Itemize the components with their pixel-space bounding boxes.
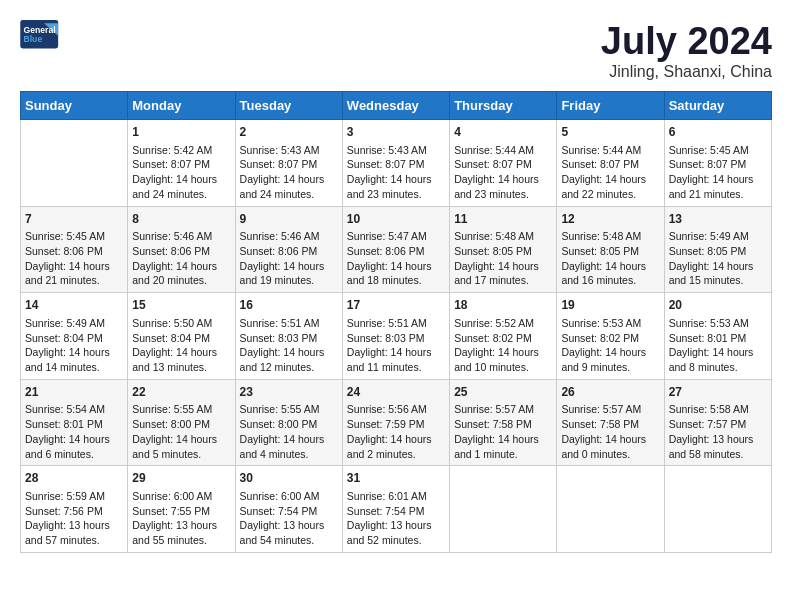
header-thursday: Thursday: [450, 92, 557, 120]
day-cell: 17Sunrise: 5:51 AMSunset: 8:03 PMDayligh…: [342, 293, 449, 380]
day-info: Sunrise: 5:57 AMSunset: 7:58 PMDaylight:…: [561, 402, 659, 461]
day-number: 16: [240, 297, 338, 314]
day-number: 20: [669, 297, 767, 314]
day-cell: 27Sunrise: 5:58 AMSunset: 7:57 PMDayligh…: [664, 379, 771, 466]
day-info: Sunrise: 5:44 AMSunset: 8:07 PMDaylight:…: [454, 143, 552, 202]
day-info: Sunrise: 5:52 AMSunset: 8:02 PMDaylight:…: [454, 316, 552, 375]
day-number: 23: [240, 384, 338, 401]
day-number: 21: [25, 384, 123, 401]
logo-icon: General Blue: [20, 20, 60, 50]
day-cell: 22Sunrise: 5:55 AMSunset: 8:00 PMDayligh…: [128, 379, 235, 466]
day-cell: 18Sunrise: 5:52 AMSunset: 8:02 PMDayligh…: [450, 293, 557, 380]
day-info: Sunrise: 6:01 AMSunset: 7:54 PMDaylight:…: [347, 489, 445, 548]
day-info: Sunrise: 5:51 AMSunset: 8:03 PMDaylight:…: [347, 316, 445, 375]
day-number: 7: [25, 211, 123, 228]
day-cell: 13Sunrise: 5:49 AMSunset: 8:05 PMDayligh…: [664, 206, 771, 293]
day-info: Sunrise: 5:49 AMSunset: 8:05 PMDaylight:…: [669, 229, 767, 288]
week-row-2: 7Sunrise: 5:45 AMSunset: 8:06 PMDaylight…: [21, 206, 772, 293]
day-number: 14: [25, 297, 123, 314]
day-number: 29: [132, 470, 230, 487]
day-cell: 20Sunrise: 5:53 AMSunset: 8:01 PMDayligh…: [664, 293, 771, 380]
svg-text:General: General: [23, 25, 55, 35]
day-info: Sunrise: 5:46 AMSunset: 8:06 PMDaylight:…: [132, 229, 230, 288]
day-number: 26: [561, 384, 659, 401]
day-info: Sunrise: 5:44 AMSunset: 8:07 PMDaylight:…: [561, 143, 659, 202]
day-cell: 5Sunrise: 5:44 AMSunset: 8:07 PMDaylight…: [557, 120, 664, 207]
header-friday: Friday: [557, 92, 664, 120]
day-cell: [557, 466, 664, 553]
day-number: 19: [561, 297, 659, 314]
svg-text:Blue: Blue: [23, 34, 42, 44]
day-cell: [664, 466, 771, 553]
day-number: 25: [454, 384, 552, 401]
day-number: 1: [132, 124, 230, 141]
day-cell: 24Sunrise: 5:56 AMSunset: 7:59 PMDayligh…: [342, 379, 449, 466]
week-row-4: 21Sunrise: 5:54 AMSunset: 8:01 PMDayligh…: [21, 379, 772, 466]
header-tuesday: Tuesday: [235, 92, 342, 120]
day-info: Sunrise: 5:48 AMSunset: 8:05 PMDaylight:…: [454, 229, 552, 288]
day-number: 3: [347, 124, 445, 141]
day-number: 24: [347, 384, 445, 401]
subtitle: Jinling, Shaanxi, China: [601, 63, 772, 81]
day-number: 15: [132, 297, 230, 314]
week-row-5: 28Sunrise: 5:59 AMSunset: 7:56 PMDayligh…: [21, 466, 772, 553]
day-info: Sunrise: 5:58 AMSunset: 7:57 PMDaylight:…: [669, 402, 767, 461]
header-sunday: Sunday: [21, 92, 128, 120]
day-cell: 26Sunrise: 5:57 AMSunset: 7:58 PMDayligh…: [557, 379, 664, 466]
day-cell: 2Sunrise: 5:43 AMSunset: 8:07 PMDaylight…: [235, 120, 342, 207]
day-info: Sunrise: 5:51 AMSunset: 8:03 PMDaylight:…: [240, 316, 338, 375]
day-info: Sunrise: 5:48 AMSunset: 8:05 PMDaylight:…: [561, 229, 659, 288]
day-cell: 12Sunrise: 5:48 AMSunset: 8:05 PMDayligh…: [557, 206, 664, 293]
day-info: Sunrise: 5:45 AMSunset: 8:07 PMDaylight:…: [669, 143, 767, 202]
day-number: 6: [669, 124, 767, 141]
day-cell: 7Sunrise: 5:45 AMSunset: 8:06 PMDaylight…: [21, 206, 128, 293]
day-number: 10: [347, 211, 445, 228]
header-row: Sunday Monday Tuesday Wednesday Thursday…: [21, 92, 772, 120]
day-info: Sunrise: 5:53 AMSunset: 8:01 PMDaylight:…: [669, 316, 767, 375]
week-row-1: 1Sunrise: 5:42 AMSunset: 8:07 PMDaylight…: [21, 120, 772, 207]
day-cell: 3Sunrise: 5:43 AMSunset: 8:07 PMDaylight…: [342, 120, 449, 207]
day-info: Sunrise: 5:43 AMSunset: 8:07 PMDaylight:…: [240, 143, 338, 202]
day-cell: 11Sunrise: 5:48 AMSunset: 8:05 PMDayligh…: [450, 206, 557, 293]
day-cell: [450, 466, 557, 553]
day-cell: 6Sunrise: 5:45 AMSunset: 8:07 PMDaylight…: [664, 120, 771, 207]
day-info: Sunrise: 5:56 AMSunset: 7:59 PMDaylight:…: [347, 402, 445, 461]
page-header: General Blue July 2024 Jinling, Shaanxi,…: [20, 20, 772, 81]
day-number: 31: [347, 470, 445, 487]
day-cell: 1Sunrise: 5:42 AMSunset: 8:07 PMDaylight…: [128, 120, 235, 207]
day-number: 4: [454, 124, 552, 141]
day-cell: 30Sunrise: 6:00 AMSunset: 7:54 PMDayligh…: [235, 466, 342, 553]
day-info: Sunrise: 5:43 AMSunset: 8:07 PMDaylight:…: [347, 143, 445, 202]
day-number: 27: [669, 384, 767, 401]
day-number: 13: [669, 211, 767, 228]
header-wednesday: Wednesday: [342, 92, 449, 120]
day-number: 5: [561, 124, 659, 141]
day-cell: 9Sunrise: 5:46 AMSunset: 8:06 PMDaylight…: [235, 206, 342, 293]
header-saturday: Saturday: [664, 92, 771, 120]
day-cell: [21, 120, 128, 207]
day-cell: 4Sunrise: 5:44 AMSunset: 8:07 PMDaylight…: [450, 120, 557, 207]
day-info: Sunrise: 5:55 AMSunset: 8:00 PMDaylight:…: [132, 402, 230, 461]
day-info: Sunrise: 5:53 AMSunset: 8:02 PMDaylight:…: [561, 316, 659, 375]
day-cell: 23Sunrise: 5:55 AMSunset: 8:00 PMDayligh…: [235, 379, 342, 466]
calendar-table: Sunday Monday Tuesday Wednesday Thursday…: [20, 91, 772, 553]
day-number: 9: [240, 211, 338, 228]
title-block: July 2024 Jinling, Shaanxi, China: [601, 20, 772, 81]
day-number: 28: [25, 470, 123, 487]
day-cell: 29Sunrise: 6:00 AMSunset: 7:55 PMDayligh…: [128, 466, 235, 553]
day-info: Sunrise: 5:47 AMSunset: 8:06 PMDaylight:…: [347, 229, 445, 288]
day-cell: 15Sunrise: 5:50 AMSunset: 8:04 PMDayligh…: [128, 293, 235, 380]
day-info: Sunrise: 5:50 AMSunset: 8:04 PMDaylight:…: [132, 316, 230, 375]
day-info: Sunrise: 5:55 AMSunset: 8:00 PMDaylight:…: [240, 402, 338, 461]
day-number: 11: [454, 211, 552, 228]
day-info: Sunrise: 6:00 AMSunset: 7:54 PMDaylight:…: [240, 489, 338, 548]
week-row-3: 14Sunrise: 5:49 AMSunset: 8:04 PMDayligh…: [21, 293, 772, 380]
day-info: Sunrise: 5:57 AMSunset: 7:58 PMDaylight:…: [454, 402, 552, 461]
day-info: Sunrise: 5:49 AMSunset: 8:04 PMDaylight:…: [25, 316, 123, 375]
day-cell: 25Sunrise: 5:57 AMSunset: 7:58 PMDayligh…: [450, 379, 557, 466]
day-info: Sunrise: 5:59 AMSunset: 7:56 PMDaylight:…: [25, 489, 123, 548]
day-info: Sunrise: 5:46 AMSunset: 8:06 PMDaylight:…: [240, 229, 338, 288]
day-cell: 16Sunrise: 5:51 AMSunset: 8:03 PMDayligh…: [235, 293, 342, 380]
day-info: Sunrise: 5:54 AMSunset: 8:01 PMDaylight:…: [25, 402, 123, 461]
day-cell: 21Sunrise: 5:54 AMSunset: 8:01 PMDayligh…: [21, 379, 128, 466]
